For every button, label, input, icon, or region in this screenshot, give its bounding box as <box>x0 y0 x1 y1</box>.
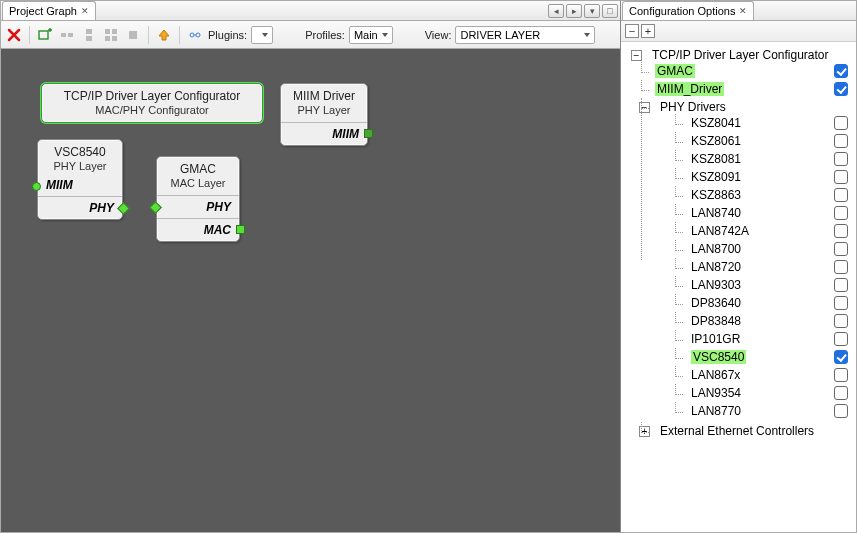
separator <box>179 26 180 44</box>
tree-label: MIIM_Driver <box>655 82 724 96</box>
profiles-select[interactable]: Main <box>349 26 393 44</box>
svg-rect-7 <box>105 36 110 41</box>
tab-next-button[interactable]: ▸ <box>566 4 582 18</box>
tree-item-phy[interactable]: KSZ8061 <box>685 132 854 150</box>
port-icon[interactable] <box>117 202 130 215</box>
single-icon[interactable] <box>124 26 142 44</box>
new-node-icon[interactable] <box>36 26 54 44</box>
layout-h-icon[interactable] <box>58 26 76 44</box>
checkbox[interactable] <box>834 386 848 400</box>
checkbox[interactable] <box>834 64 848 78</box>
tree-label: LAN9303 <box>691 278 741 292</box>
checkbox[interactable] <box>834 152 848 166</box>
up-arrow-icon[interactable] <box>155 26 173 44</box>
checkbox[interactable] <box>834 350 848 364</box>
plugins-select[interactable] <box>251 26 273 44</box>
svg-rect-9 <box>129 31 137 39</box>
node-configurator[interactable]: TCP/IP Driver Layer Configurator MAC/PHY… <box>41 83 263 123</box>
node-title: MIIM Driver <box>281 84 367 104</box>
tab-max-button[interactable]: □ <box>602 4 618 18</box>
tree-label: GMAC <box>655 64 695 78</box>
tab-config-options[interactable]: Configuration Options ✕ <box>622 1 754 20</box>
node-port-row: MAC <box>157 218 239 241</box>
port-icon[interactable] <box>32 182 41 191</box>
tree-root[interactable]: − TCP/IP Driver Layer Configurator GMAC <box>627 46 854 442</box>
collapse-icon[interactable]: − <box>639 102 650 113</box>
checkbox[interactable] <box>834 134 848 148</box>
tree-label: VSC8540 <box>691 350 746 364</box>
view-select[interactable]: DRIVER LAYER <box>455 26 595 44</box>
tree-item-phy[interactable]: LAN9354 <box>685 384 854 402</box>
tab-menu-button[interactable]: ▾ <box>584 4 600 18</box>
delete-icon[interactable] <box>5 26 23 44</box>
checkbox[interactable] <box>834 242 848 256</box>
node-title: GMAC <box>157 157 239 177</box>
layout-v-icon[interactable] <box>80 26 98 44</box>
close-icon[interactable]: ✕ <box>81 6 89 16</box>
grid-icon[interactable] <box>102 26 120 44</box>
tree-item-phy[interactable]: LAN8700 <box>685 240 854 258</box>
graph-canvas[interactable]: TCP/IP Driver Layer Configurator MAC/PHY… <box>1 49 620 532</box>
tree-item-phy[interactable]: LAN8740 <box>685 204 854 222</box>
tree-label: LAN9354 <box>691 386 741 400</box>
tab-project-graph[interactable]: Project Graph ✕ <box>2 1 96 20</box>
tree-label: LAN867x <box>691 368 740 382</box>
tree-item-phy[interactable]: LAN9303 <box>685 276 854 294</box>
tree-item-phy[interactable]: KSZ8041 <box>685 114 854 132</box>
tab-prev-button[interactable]: ◂ <box>548 4 564 18</box>
close-icon[interactable]: ✕ <box>739 6 747 16</box>
svg-rect-8 <box>112 36 117 41</box>
checkbox[interactable] <box>834 404 848 418</box>
tree-item-miim[interactable]: MIIM_Driver <box>651 80 854 98</box>
tree-item-phy[interactable]: LAN8720 <box>685 258 854 276</box>
tree-label: KSZ8091 <box>691 170 741 184</box>
node-subtitle: MAC Layer <box>157 177 239 195</box>
checkbox[interactable] <box>834 224 848 238</box>
expand-all-button[interactable]: + <box>641 24 655 38</box>
node-title: VSC8540 <box>38 140 122 160</box>
checkbox[interactable] <box>834 188 848 202</box>
tree-item-phy[interactable]: KSZ8081 <box>685 150 854 168</box>
svg-rect-3 <box>86 29 92 34</box>
checkbox[interactable] <box>834 206 848 220</box>
svg-rect-2 <box>68 33 73 37</box>
plugins-icon[interactable] <box>186 26 204 44</box>
checkbox[interactable] <box>834 82 848 96</box>
checkbox[interactable] <box>834 368 848 382</box>
tree-item-phy[interactable]: DP83640 <box>685 294 854 312</box>
tree-item-phy[interactable]: LAN8770 <box>685 402 854 420</box>
tree-label: KSZ8061 <box>691 134 741 148</box>
collapse-all-button[interactable]: − <box>625 24 639 38</box>
node-gmac[interactable]: GMAC MAC Layer PHY MAC <box>156 156 240 242</box>
collapse-icon[interactable]: − <box>631 50 642 61</box>
checkbox[interactable] <box>834 314 848 328</box>
checkbox[interactable] <box>834 296 848 310</box>
tree-item-ext-eth[interactable]: + External Ethernet Controllers <box>651 422 854 440</box>
left-tabbar: Project Graph ✕ ◂ ▸ ▾ □ <box>1 1 620 21</box>
tree-item-phy[interactable]: VSC8540 <box>685 348 854 366</box>
expand-icon[interactable]: + <box>639 426 650 437</box>
node-miim-driver[interactable]: MIIM Driver PHY Layer MIIM <box>280 83 368 146</box>
tree-item-phy[interactable]: DP83848 <box>685 312 854 330</box>
checkbox[interactable] <box>834 260 848 274</box>
node-vsc8540[interactable]: VSC8540 PHY Layer MIIM PHY <box>37 139 123 220</box>
checkbox[interactable] <box>834 332 848 346</box>
tree-item-phy[interactable]: KSZ8091 <box>685 168 854 186</box>
tree-item-gmac[interactable]: GMAC <box>651 62 854 80</box>
config-tree: − TCP/IP Driver Layer Configurator GMAC <box>621 42 856 532</box>
port-icon[interactable] <box>236 225 245 234</box>
tree-item-phy[interactable]: LAN867x <box>685 366 854 384</box>
node-subtitle: PHY Layer <box>281 104 367 122</box>
checkbox[interactable] <box>834 116 848 130</box>
profiles-label: Profiles: <box>305 29 345 41</box>
tree-item-phy[interactable]: IP101GR <box>685 330 854 348</box>
port-icon[interactable] <box>364 129 373 138</box>
checkbox[interactable] <box>834 170 848 184</box>
tree-item-phy-drivers[interactable]: − PHY Drivers KSZ8041KSZ8061KSZ8081KSZ80… <box>651 98 854 422</box>
tree-item-phy[interactable]: KSZ8863 <box>685 186 854 204</box>
checkbox[interactable] <box>834 278 848 292</box>
port-icon[interactable] <box>149 201 162 214</box>
view-label: View: <box>425 29 452 41</box>
tree-item-phy[interactable]: LAN8742A <box>685 222 854 240</box>
tree-label: DP83848 <box>691 314 741 328</box>
